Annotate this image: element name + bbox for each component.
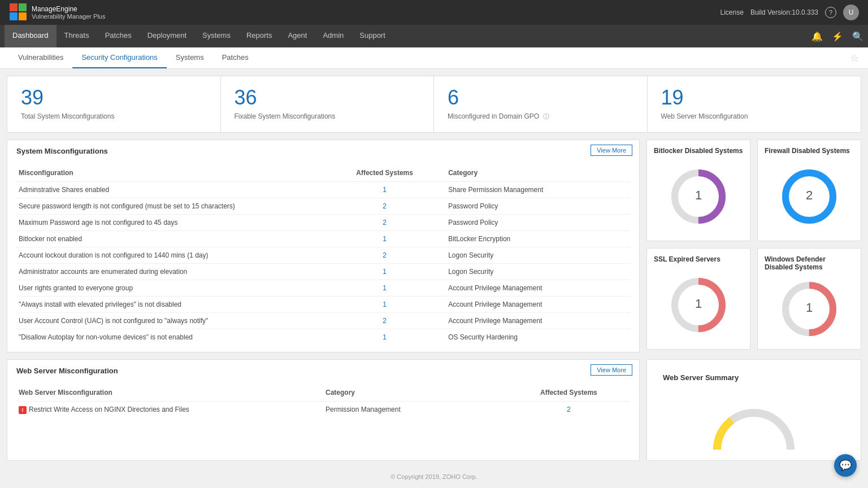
subnav-security-configurations[interactable]: Security Configurations bbox=[72, 47, 166, 68]
misconfig-category: Password Policy bbox=[446, 215, 630, 231]
misconfig-category: Logon Security bbox=[446, 247, 630, 264]
col-affected: Affected Systems bbox=[323, 164, 446, 182]
misconfigs-header-row: Misconfiguration Affected Systems Catego… bbox=[16, 164, 630, 182]
subnav-patches[interactable]: Patches bbox=[213, 47, 258, 68]
misconfig-affected[interactable]: 1 bbox=[323, 280, 446, 297]
lightning-icon[interactable]: ⚡ bbox=[832, 31, 843, 42]
nav-patches[interactable]: Patches bbox=[97, 25, 140, 47]
license-link[interactable]: License bbox=[721, 8, 744, 16]
firewall-donut: 2 bbox=[765, 159, 854, 234]
svg-text:2: 2 bbox=[806, 188, 813, 202]
stats-row: 39 Total System Misconfigurations 36 Fix… bbox=[7, 76, 861, 133]
nav-reports[interactable]: Reports bbox=[238, 25, 280, 47]
table-row: User Account Control (UAC) is not config… bbox=[16, 313, 630, 329]
firewall-title: Firewall Disabled Systems bbox=[765, 147, 850, 155]
misconfig-name: Administrator accounts are enumerated du… bbox=[16, 264, 323, 280]
misconfig-affected[interactable]: 1 bbox=[323, 264, 446, 280]
stat-number-fixable: 36 bbox=[235, 88, 420, 108]
stat-label-total: Total System Misconfigurations bbox=[21, 112, 207, 120]
misconfigs-table: Misconfiguration Affected Systems Catego… bbox=[16, 164, 630, 345]
misconfig-name: "Disallow Autoplay for non-volume device… bbox=[16, 329, 323, 346]
table-row: !Restrict Write Access on NGINX Director… bbox=[16, 402, 630, 419]
web-server-table-container: Web Server Misconfiguration Category Aff… bbox=[7, 375, 639, 425]
web-server-summary-title: Web Server Summary bbox=[654, 367, 854, 382]
table-row: Secure password length is not configured… bbox=[16, 198, 630, 215]
table-row: "Always install with elevated privileges… bbox=[16, 297, 630, 313]
nav-dashboard[interactable]: Dashboard bbox=[5, 25, 57, 47]
misconfig-affected[interactable]: 2 bbox=[323, 215, 446, 231]
misconfig-affected[interactable]: 1 bbox=[323, 182, 446, 198]
table-row: Administrator accounts are enumerated du… bbox=[16, 264, 630, 280]
view-more-web-server[interactable]: View More bbox=[591, 364, 632, 376]
favorite-icon[interactable]: ☆ bbox=[850, 52, 859, 64]
summary-chart-svg bbox=[709, 399, 799, 450]
nav-threats[interactable]: Threats bbox=[57, 25, 97, 47]
misconfig-affected[interactable]: 1 bbox=[323, 329, 446, 346]
nav-support[interactable]: Support bbox=[351, 25, 393, 47]
table-row: Maximum Password age is not configured t… bbox=[16, 215, 630, 231]
logo-text-area: ManageEngine Vulnerability Manager Plus bbox=[32, 5, 105, 20]
view-more-misconfigs[interactable]: View More bbox=[591, 145, 632, 156]
windows-defender-donut: 1 bbox=[765, 276, 854, 342]
misconfig-name: Account lockout duration is not configur… bbox=[16, 247, 323, 264]
svg-rect-2 bbox=[10, 12, 18, 20]
bitlocker-donut: 1 bbox=[654, 159, 743, 234]
nav-deployment[interactable]: Deployment bbox=[140, 25, 194, 47]
misconfig-affected[interactable]: 2 bbox=[323, 198, 446, 215]
nav-admin[interactable]: Admin bbox=[315, 25, 351, 47]
error-badge: ! bbox=[19, 406, 27, 414]
right-grid-top: Bitlocker Disabled Systems 1 Firewall Di… bbox=[646, 140, 861, 241]
stat-total-misconfigs: 39 Total System Misconfigurations bbox=[7, 76, 221, 132]
chat-bubble[interactable]: 💬 bbox=[834, 454, 857, 477]
nav-agent[interactable]: Agent bbox=[280, 25, 315, 47]
footer: © Copyright 2019, ZOHO Corp. bbox=[0, 468, 868, 486]
subnav-vulnerabilities[interactable]: Vulnerabilities bbox=[9, 47, 72, 68]
ws-misconfig-affected[interactable]: 2 bbox=[507, 402, 630, 419]
logo-product-name: Vulnerability Manager Plus bbox=[32, 13, 105, 20]
stat-label-gpo: Misconfigured in Domain GPO ⓘ bbox=[448, 112, 633, 121]
help-icon[interactable]: ? bbox=[825, 7, 836, 18]
misconfig-category: Account Privilege Management bbox=[446, 297, 630, 313]
search-icon[interactable]: 🔍 bbox=[852, 31, 863, 42]
misconfig-category: Share Permission Management bbox=[446, 182, 630, 198]
svg-text:1: 1 bbox=[695, 188, 702, 202]
col-ws-category: Category bbox=[323, 384, 507, 402]
svg-rect-0 bbox=[10, 3, 18, 11]
col-ws-affected: Affected Systems bbox=[507, 384, 630, 402]
content-grid: System Misconfigurations View More Misco… bbox=[7, 140, 861, 352]
info-icon-gpo[interactable]: ⓘ bbox=[543, 113, 549, 120]
misconfig-affected[interactable]: 2 bbox=[323, 313, 446, 329]
misconfig-name: User rights granted to everyone group bbox=[16, 280, 323, 297]
misconfig-name: Bitlocker not enabled bbox=[16, 231, 323, 247]
web-server-thead: Web Server Misconfiguration Category Aff… bbox=[16, 384, 630, 402]
misconfigs-table-container: Misconfiguration Affected Systems Catego… bbox=[7, 155, 639, 352]
stat-fixable-misconfigs: 36 Fixable System Misconfigurations bbox=[221, 76, 435, 132]
misconfigs-title: System Misconfigurations bbox=[7, 140, 639, 155]
stat-label-fixable: Fixable System Misconfigurations bbox=[235, 112, 420, 120]
col-ws-name: Web Server Misconfiguration bbox=[16, 384, 323, 402]
avatar[interactable]: U bbox=[843, 5, 859, 20]
bitlocker-title: Bitlocker Disabled Systems bbox=[654, 147, 743, 155]
windows-defender-card: Windows Defender Disabled Systems 1 bbox=[757, 248, 861, 350]
misconfigs-tbody: Adminstrative Shares enabled 1 Share Per… bbox=[16, 182, 630, 346]
subnav-systems[interactable]: Systems bbox=[167, 47, 213, 68]
bell-icon[interactable]: 🔔 bbox=[811, 31, 823, 42]
misconfig-affected[interactable]: 1 bbox=[323, 231, 446, 247]
misconfig-affected[interactable]: 2 bbox=[323, 247, 446, 264]
ssl-donut: 1 bbox=[654, 268, 743, 342]
table-row: "Disallow Autoplay for non-volume device… bbox=[16, 329, 630, 346]
misconfig-affected[interactable]: 1 bbox=[323, 297, 446, 313]
table-row: Adminstrative Shares enabled 1 Share Per… bbox=[16, 182, 630, 198]
misconfig-category: BitLocker Encryption bbox=[446, 231, 630, 247]
logo-product-line: ManageEngine bbox=[32, 5, 105, 13]
web-server-table: Web Server Misconfiguration Category Aff… bbox=[16, 384, 630, 418]
logo bbox=[9, 3, 27, 23]
misconfig-category: Password Policy bbox=[446, 198, 630, 215]
system-misconfigs-card: System Misconfigurations View More Misco… bbox=[7, 140, 640, 352]
misconfig-category: OS Security Hardening bbox=[446, 329, 630, 346]
nav-systems[interactable]: Systems bbox=[194, 25, 238, 47]
windows-defender-donut-svg: 1 bbox=[778, 278, 840, 340]
svg-rect-3 bbox=[19, 12, 27, 20]
misconfig-name: User Account Control (UAC) is not config… bbox=[16, 313, 323, 329]
web-server-tbody: !Restrict Write Access on NGINX Director… bbox=[16, 402, 630, 419]
